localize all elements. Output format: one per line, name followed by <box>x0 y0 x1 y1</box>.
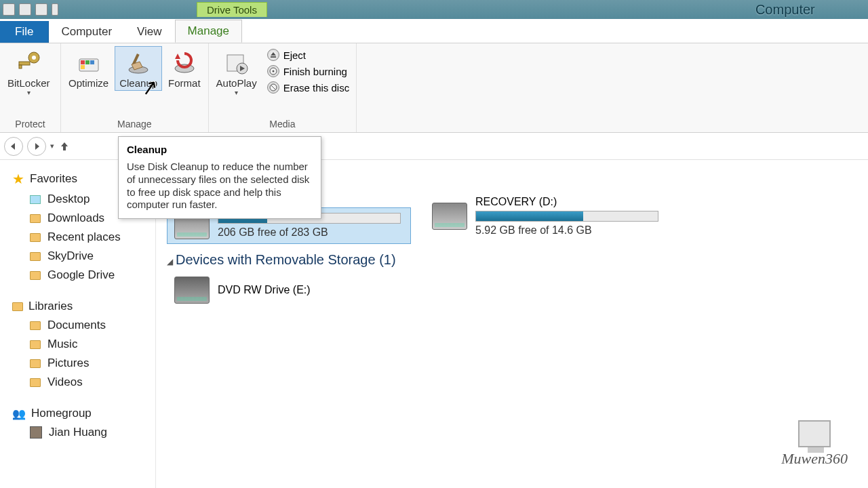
music-icon <box>30 340 41 349</box>
sidebar-item-user[interactable]: Jian Huang <box>3 423 153 442</box>
finish-burning-button[interactable]: Finish burning <box>264 64 353 79</box>
drive-d-name: RECOVERY (D:) <box>475 196 661 208</box>
gdrive-icon <box>30 271 41 280</box>
eject-button[interactable]: Eject <box>264 47 353 62</box>
sidebar-item-skydrive[interactable]: SkyDrive <box>3 247 153 266</box>
cleanup-brush-icon <box>125 49 152 77</box>
svg-rect-8 <box>81 65 85 69</box>
collapse-triangle-icon: ◢ <box>167 257 173 266</box>
format-refresh-icon <box>171 49 198 77</box>
qat-icon-1[interactable] <box>3 3 15 16</box>
window-title: Computer <box>755 2 815 18</box>
videos-icon <box>30 378 41 387</box>
libraries-icon <box>12 302 23 311</box>
cloud-icon <box>30 252 41 261</box>
tab-view[interactable]: View <box>125 21 175 43</box>
documents-icon <box>30 321 41 330</box>
cleanup-button[interactable]: Cleanup <box>115 46 162 91</box>
group-label-protect: Protect <box>3 119 58 131</box>
svg-point-19 <box>272 70 274 73</box>
autoplay-button[interactable]: AutoPlay ▾ <box>212 46 262 98</box>
ribbon-tab-row: File Computer View Manage <box>0 19 868 43</box>
contextual-tab-drive-tools: Drive Tools <box>197 2 267 17</box>
svg-marker-23 <box>35 143 39 150</box>
ribbon-group-media: AutoPlay ▾ Eject Finish burning Erase th… <box>209 43 357 132</box>
svg-rect-3 <box>19 65 22 68</box>
desktop-icon <box>30 195 41 204</box>
drive-d-usage-bar <box>475 211 658 222</box>
disc-erase-icon <box>267 81 279 94</box>
ribbon: BitLocker ▾ Protect Optimize Cleanup <box>0 43 868 133</box>
watermark: Muwen360 <box>781 420 848 468</box>
svg-rect-2 <box>19 62 30 65</box>
sidebar-item-pictures[interactable]: Pictures <box>3 354 153 373</box>
sidebar-item-googledrive[interactable]: Google Drive <box>3 266 153 285</box>
svg-marker-22 <box>11 143 15 150</box>
star-icon: ★ <box>12 171 24 187</box>
ribbon-group-protect: BitLocker ▾ Protect <box>0 43 61 132</box>
hard-drive-icon <box>432 203 467 230</box>
lock-key-icon <box>15 49 42 77</box>
chevron-down-icon: ▾ <box>235 89 238 96</box>
homegroup-icon: 👥 <box>12 407 26 420</box>
svg-rect-6 <box>85 60 90 64</box>
tooltip-body: Use Disk Cleanup to reduce the number of… <box>127 161 313 211</box>
disc-burn-icon <box>267 65 279 77</box>
eject-icon <box>267 49 279 61</box>
tab-manage[interactable]: Manage <box>175 20 242 43</box>
optimize-icon <box>75 49 102 77</box>
drive-d-usage-fill <box>476 211 583 221</box>
group-label-media: Media <box>212 119 354 131</box>
up-button[interactable] <box>58 140 71 152</box>
drive-tile-d[interactable]: RECOVERY (D:) 5.92 GB free of 14.6 GB <box>425 188 669 244</box>
sidebar-item-videos[interactable]: Videos <box>3 373 153 392</box>
optimize-button[interactable]: Optimize <box>64 46 113 91</box>
tab-file[interactable]: File <box>0 21 49 43</box>
chevron-down-icon: ▾ <box>27 89 31 96</box>
monitor-icon <box>798 420 831 447</box>
svg-marker-12 <box>175 54 180 59</box>
svg-rect-7 <box>90 60 94 64</box>
qat-icon-3[interactable] <box>35 3 47 16</box>
svg-rect-17 <box>271 56 276 58</box>
group-header-removable[interactable]: ◢Devices with Removable Storage (1) <box>167 252 857 268</box>
sidebar-item-recent[interactable]: Recent places <box>3 228 153 247</box>
drive-e-name: DVD RW Drive (E:) <box>218 284 403 296</box>
qat-dropdown-icon[interactable] <box>52 3 58 16</box>
svg-point-1 <box>32 56 36 60</box>
quick-access-toolbar <box>0 2 61 17</box>
folder-icon <box>30 214 41 223</box>
qat-icon-2[interactable] <box>19 3 31 16</box>
autoplay-icon <box>223 49 250 77</box>
svg-marker-16 <box>271 52 276 56</box>
tooltip-title: Cleanup <box>127 144 313 155</box>
sidebar-item-music[interactable]: Music <box>3 335 153 354</box>
bitlocker-button[interactable]: BitLocker ▾ <box>3 46 55 98</box>
erase-disc-button[interactable]: Erase this disc <box>264 80 353 95</box>
drive-tile-e[interactable]: DVD RW Drive (E:) <box>167 272 411 308</box>
sidebar-header-homegroup[interactable]: 👥 Homegroup <box>3 401 153 423</box>
ribbon-group-manage: Optimize Cleanup Format Manage <box>61 43 209 132</box>
recent-icon <box>30 233 41 242</box>
svg-marker-24 <box>61 142 68 150</box>
sidebar-item-documents[interactable]: Documents <box>3 316 153 335</box>
cleanup-tooltip: Cleanup Use Disk Cleanup to reduce the n… <box>118 136 321 219</box>
drive-d-free-text: 5.92 GB free of 14.6 GB <box>475 224 661 237</box>
sidebar-header-libraries[interactable]: Libraries <box>3 294 153 316</box>
forward-button[interactable] <box>27 137 46 156</box>
dvd-drive-icon <box>174 277 210 304</box>
history-dropdown-icon[interactable]: ▾ <box>50 142 54 150</box>
tab-computer[interactable]: Computer <box>49 21 125 43</box>
group-label-manage: Manage <box>64 119 205 131</box>
svg-rect-5 <box>81 60 85 64</box>
format-button[interactable]: Format <box>163 46 205 91</box>
pictures-icon <box>30 359 41 368</box>
back-button[interactable] <box>4 137 23 156</box>
drive-c-free-text: 206 GB free of 283 GB <box>218 226 403 239</box>
user-avatar-icon <box>30 426 42 439</box>
title-bar: Drive Tools Computer <box>0 0 868 19</box>
svg-line-21 <box>271 85 275 89</box>
